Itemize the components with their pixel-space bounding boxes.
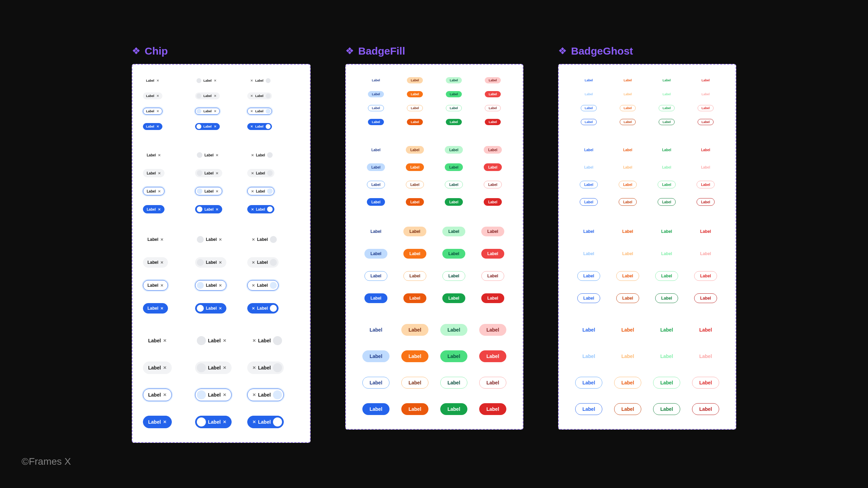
chip[interactable]: ✕Label (247, 257, 279, 268)
chip[interactable]: Label✕ (143, 389, 172, 401)
badge[interactable]: Label (406, 198, 424, 206)
close-icon[interactable]: ✕ (156, 109, 159, 113)
badge[interactable]: Label (403, 249, 426, 259)
badge[interactable]: Label (440, 350, 468, 362)
badge[interactable]: Label (362, 377, 390, 389)
chip[interactable]: Label✕ (195, 108, 220, 115)
badge[interactable]: Label (698, 105, 714, 111)
badge[interactable]: Label (620, 91, 636, 97)
chip[interactable]: ✕Label (247, 123, 272, 130)
close-icon[interactable]: ✕ (219, 260, 222, 265)
badge[interactable]: Label (619, 163, 637, 171)
badge[interactable]: Label (616, 249, 639, 259)
badge[interactable]: Label (655, 249, 678, 259)
chip[interactable]: Label✕ (195, 257, 226, 268)
badge[interactable]: Label (481, 227, 504, 236)
badge[interactable]: Label (659, 77, 675, 83)
badge[interactable]: Label (575, 377, 603, 389)
badge[interactable]: Label (698, 119, 714, 125)
badge[interactable]: Label (440, 403, 468, 415)
badge[interactable]: Label (407, 105, 423, 111)
badge[interactable]: Label (614, 350, 642, 362)
badge[interactable]: Label (694, 271, 717, 281)
badge[interactable]: Label (658, 146, 676, 154)
badge[interactable]: Label (698, 91, 714, 97)
chip[interactable]: Label✕ (195, 361, 232, 374)
chip[interactable]: Label✕ (143, 334, 172, 347)
chip[interactable]: Label✕ (143, 92, 162, 99)
chip[interactable]: Label✕ (195, 416, 232, 428)
badge[interactable]: Label (407, 91, 423, 97)
close-icon[interactable]: ✕ (160, 237, 163, 242)
chip[interactable]: Label✕ (143, 108, 162, 115)
badge[interactable]: Label (484, 198, 502, 206)
badge[interactable]: Label (659, 119, 675, 125)
close-icon[interactable]: ✕ (250, 79, 253, 82)
badge[interactable]: Label (401, 403, 429, 415)
badge[interactable]: Label (653, 377, 681, 389)
badge[interactable]: Label (367, 198, 385, 206)
chip[interactable]: ✕Label (247, 280, 279, 291)
badge[interactable]: Label (653, 324, 681, 336)
chip[interactable]: Label✕ (195, 169, 222, 177)
close-icon[interactable]: ✕ (251, 208, 254, 211)
badge[interactable]: Label (577, 271, 600, 281)
chip[interactable]: ✕Label (247, 187, 274, 195)
close-icon[interactable]: ✕ (214, 109, 217, 113)
chip[interactable]: Label✕ (195, 205, 222, 213)
badge[interactable]: Label (614, 377, 642, 389)
badge[interactable]: Label (694, 293, 717, 303)
badge[interactable]: Label (364, 249, 387, 259)
close-icon[interactable]: ✕ (250, 125, 253, 128)
badge[interactable]: Label (440, 324, 468, 336)
badge[interactable]: Label (619, 146, 637, 154)
close-icon[interactable]: ✕ (223, 420, 226, 424)
badge[interactable]: Label (692, 377, 720, 389)
chip[interactable]: ✕Label (247, 92, 272, 99)
badge[interactable]: Label (614, 403, 642, 415)
badge[interactable]: Label (616, 293, 639, 303)
close-icon[interactable]: ✕ (223, 392, 226, 397)
badge[interactable]: Label (479, 377, 507, 389)
chip[interactable]: ✕Label (247, 169, 274, 177)
badge[interactable]: Label (484, 146, 502, 154)
badge[interactable]: Label (616, 227, 639, 236)
close-icon[interactable]: ✕ (156, 125, 159, 128)
close-icon[interactable]: ✕ (250, 94, 253, 98)
close-icon[interactable]: ✕ (156, 94, 159, 98)
badge[interactable]: Label (620, 77, 636, 83)
badge[interactable]: Label (580, 146, 598, 154)
badge[interactable]: Label (406, 181, 424, 188)
close-icon[interactable]: ✕ (214, 125, 217, 128)
chip[interactable]: Label✕ (143, 361, 172, 374)
close-icon[interactable]: ✕ (214, 79, 217, 82)
close-icon[interactable]: ✕ (160, 306, 163, 311)
chip[interactable]: Label✕ (143, 169, 164, 177)
badge[interactable]: Label (445, 146, 463, 154)
close-icon[interactable]: ✕ (163, 392, 167, 397)
close-icon[interactable]: ✕ (214, 94, 217, 98)
badge[interactable]: Label (368, 77, 384, 83)
close-icon[interactable]: ✕ (219, 306, 222, 311)
chip[interactable]: ✕Label (247, 303, 279, 314)
close-icon[interactable]: ✕ (163, 420, 167, 424)
badge[interactable]: Label (698, 77, 714, 83)
chip[interactable]: Label✕ (143, 257, 168, 268)
close-icon[interactable]: ✕ (251, 153, 254, 157)
chip[interactable]: Label✕ (143, 303, 168, 314)
badge[interactable]: Label (485, 105, 501, 111)
badge[interactable]: Label (484, 163, 502, 171)
badge[interactable]: Label (580, 181, 598, 188)
badge[interactable]: Label (479, 350, 507, 362)
badge[interactable]: Label (407, 77, 423, 83)
badge[interactable]: Label (620, 105, 636, 111)
badge[interactable]: Label (659, 105, 675, 111)
chip[interactable]: Label✕ (195, 123, 220, 130)
badge[interactable]: Label (445, 163, 463, 171)
badge[interactable]: Label (581, 119, 597, 125)
chip[interactable]: ✕Label (247, 77, 272, 84)
chip[interactable]: Label✕ (195, 334, 232, 347)
chip[interactable]: Label✕ (143, 151, 164, 159)
badge[interactable]: Label (364, 293, 387, 303)
close-icon[interactable]: ✕ (223, 365, 226, 370)
